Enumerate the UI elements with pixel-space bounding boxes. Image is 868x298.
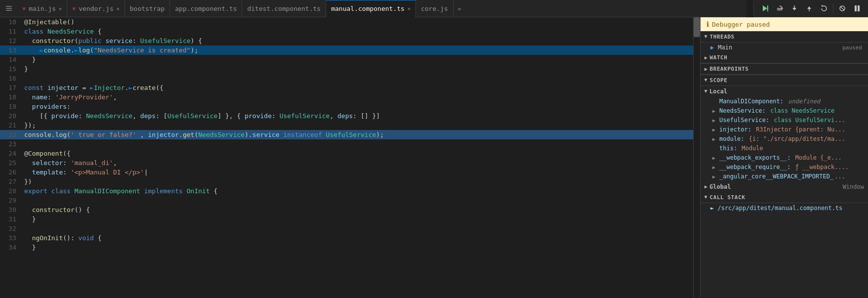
tab-overflow-button[interactable]: »: [454, 0, 465, 17]
table-row: 21 });: [0, 121, 693, 130]
close-icon[interactable]: ✕: [117, 6, 120, 11]
line-content: selector: 'manual_di',: [22, 158, 693, 168]
callstack-item[interactable]: ► /src/app/ditest/manual.component.ts: [701, 203, 868, 213]
step-into-button[interactable]: [787, 1, 801, 15]
debugger-status: ℹ Debugger paused: [701, 17, 868, 32]
scope-entry-injector[interactable]: ▶ injector: R3Injector {parent: Nu...: [701, 125, 868, 134]
chevron-icon: ▶: [702, 90, 710, 93]
table-row: 23: [0, 139, 693, 149]
svg-rect-0: [6, 6, 12, 7]
line-number: 30: [0, 205, 22, 214]
scope-global-header[interactable]: ▶ Global Window: [701, 181, 868, 192]
table-row: 19 providers:: [0, 102, 693, 111]
callstack-header[interactable]: ▶ Call Stack: [701, 192, 868, 203]
debugger-sections: ▶ Threads ▶ Main paused ▶ Watch: [701, 32, 868, 298]
close-icon[interactable]: ✕: [408, 6, 411, 11]
scope-entry-manualdicomponent: ManualDIComponent: undefined: [701, 97, 868, 106]
scope-entry-module[interactable]: ▶ module: {i: "./src/app/ditest/ma...: [701, 134, 868, 144]
line-number: 32: [0, 224, 22, 233]
debugger-panel: ℹ Debugger paused ▶ Threads ▶ Main pause…: [700, 17, 868, 298]
error-icon: ✕: [22, 5, 26, 12]
table-row: 10 @Injectable(): [0, 17, 693, 27]
tab-ditest-component[interactable]: ditest.component.ts: [242, 0, 326, 17]
line-number: 15: [0, 64, 22, 74]
tab-core-js[interactable]: core.js: [416, 0, 454, 17]
info-icon: ℹ: [706, 20, 709, 28]
tabs-container: ✕ main.js ✕ ✕ vendor.js ✕ bootstrap app.…: [17, 0, 746, 17]
prop-name: this:: [719, 144, 737, 153]
line-content: ngOnInit(): void {: [22, 233, 693, 243]
prop-value: {i: "./src/app/ditest/ma...: [745, 135, 845, 143]
line-number: 26: [0, 168, 22, 177]
watch-header[interactable]: ▶ Watch: [701, 52, 868, 63]
threads-header[interactable]: ▶ Threads: [701, 32, 868, 43]
main-area: 10 @Injectable() 11 class NeedsService {…: [0, 17, 868, 298]
tab-label: manual.component.ts: [331, 5, 405, 12]
callstack-section: ▶ Call Stack ► /src/app/ditest/manual.co…: [701, 192, 868, 213]
line-number: 19: [0, 102, 22, 111]
prop-name: UsefulService:: [719, 116, 769, 125]
scope-content: ▶ Local ManualDIComponent: undefined ▶ N…: [701, 86, 868, 192]
line-number: 21: [0, 121, 22, 130]
restart-button[interactable]: [817, 1, 831, 15]
thread-main[interactable]: ▶ Main paused: [701, 43, 868, 52]
tab-app-component[interactable]: app.component.ts: [170, 0, 242, 17]
chevron-icon: ▶: [703, 35, 709, 39]
line-number: 22: [0, 130, 22, 139]
watch-label: Watch: [710, 54, 728, 61]
callstack-file: ► /src/app/ditest/manual.component.ts: [710, 205, 842, 212]
scope-header[interactable]: ▶ Scope: [701, 75, 868, 86]
breakpoints-header[interactable]: ▶ Breakpoints: [701, 64, 868, 75]
pause-button[interactable]: [850, 1, 864, 15]
table-row: 14 }: [0, 55, 693, 64]
tab-manual-component[interactable]: manual.component.ts ✕: [326, 0, 416, 17]
tab-label: bootstrap: [130, 5, 165, 12]
scope-entry-needsservice[interactable]: ▶ NeedsService: class NeedsService: [701, 106, 868, 116]
sidebar-toggle[interactable]: [0, 0, 17, 17]
tab-vendor-js[interactable]: ✕ vendor.js ✕: [67, 0, 125, 17]
svg-rect-4: [767, 5, 768, 11]
continue-button[interactable]: [758, 1, 772, 15]
debug-toolbar: [753, 1, 868, 15]
line-content: constructor(public service: UsefulServic…: [22, 36, 693, 45]
debugger-status-text: Debugger paused: [712, 21, 770, 28]
global-value: Window: [843, 182, 864, 191]
scope-entry-webpack-require[interactable]: ▶ __webpack_require__: ƒ __webpack....: [701, 163, 868, 172]
table-row: 25 selector: 'manual_di',: [0, 158, 693, 168]
tab-label: main.js: [29, 5, 56, 12]
table-row: 15 }: [0, 64, 693, 74]
editor-scrollbar[interactable]: [693, 17, 700, 298]
tab-main-js[interactable]: ✕ main.js ✕: [17, 0, 67, 17]
line-number: 14: [0, 55, 22, 64]
scope-entry-usefulservice[interactable]: ▶ UsefulService: class UsefulServi...: [701, 116, 868, 125]
close-icon[interactable]: ✕: [59, 6, 62, 11]
scope-local-header[interactable]: ▶ Local: [701, 86, 868, 97]
scope-entry-this: this: Module: [701, 144, 868, 153]
prop-name: NeedsService:: [719, 107, 766, 115]
scope-global-label: Global: [709, 182, 731, 191]
breakpoints-section: ▶ Breakpoints: [701, 64, 868, 75]
line-content: ►console.►log("NeedsService is created")…: [22, 45, 693, 55]
deactivate-button[interactable]: [835, 1, 849, 15]
scope-entry-angular-core[interactable]: ▶ _angular_core__WEBPACK_IMPORTED_ ...: [701, 172, 868, 181]
scope-entry-webpack-exports[interactable]: ▶ __webpack_exports__: Module {_e...: [701, 153, 868, 163]
tab-bootstrap[interactable]: bootstrap: [125, 0, 170, 17]
tab-label: core.js: [421, 5, 448, 12]
line-content: }: [22, 214, 693, 224]
prop-name: _angular_core__WEBPACK_IMPORTED_: [719, 172, 833, 181]
step-out-button[interactable]: [802, 1, 816, 15]
line-number: 23: [0, 139, 22, 149]
table-row: 20 [{ provide: NeedsService, deps: [Usef…: [0, 111, 693, 121]
code-editor[interactable]: 10 @Injectable() 11 class NeedsService {…: [0, 17, 693, 298]
scope-label: Scope: [710, 77, 728, 84]
tab-bar: ✕ main.js ✕ ✕ vendor.js ✕ bootstrap app.…: [0, 0, 868, 17]
table-row: 12 constructor(public service: UsefulSer…: [0, 36, 693, 45]
prop-name: ManualDIComponent:: [719, 97, 784, 106]
scrollbar-thumb[interactable]: [694, 17, 700, 37]
line-number: 20: [0, 111, 22, 121]
prop-value: class NeedsService: [767, 107, 834, 115]
line-content: });: [22, 121, 693, 130]
line-number: 13: [0, 45, 22, 55]
step-over-button[interactable]: [773, 1, 786, 15]
thread-arrow-icon: ▶: [710, 44, 714, 51]
